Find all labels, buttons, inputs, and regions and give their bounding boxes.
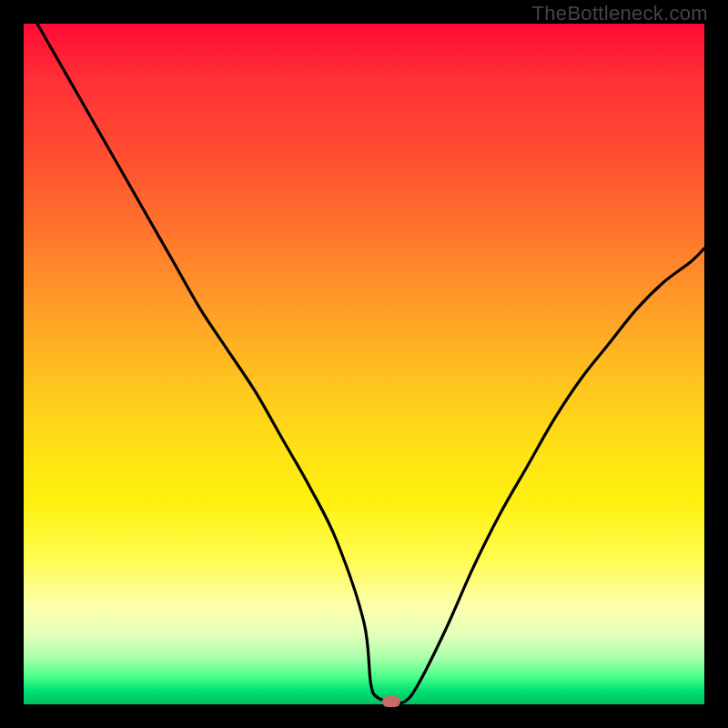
bottleneck-curve [37, 24, 704, 703]
optimal-point-marker [382, 696, 400, 707]
curve-svg [24, 24, 704, 704]
watermark-text: TheBottleneck.com [532, 2, 708, 25]
chart-container: TheBottleneck.com [0, 0, 728, 728]
plot-area [24, 24, 704, 704]
